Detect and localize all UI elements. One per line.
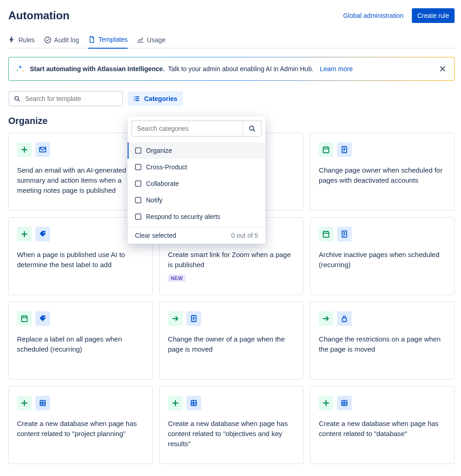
icon-chip bbox=[35, 142, 50, 157]
template-description: Create a new database when page has cont… bbox=[319, 419, 446, 439]
category-label: Respond to security alerts bbox=[146, 213, 220, 220]
icon-chip bbox=[337, 396, 352, 410]
category-search-input[interactable] bbox=[132, 121, 242, 136]
tag-icon bbox=[39, 230, 47, 238]
learn-more-link[interactable]: Learn more bbox=[320, 65, 353, 73]
page-title: Automation bbox=[8, 9, 69, 22]
calendar-icon bbox=[322, 146, 330, 154]
header: Automation Global administration Create … bbox=[8, 8, 455, 23]
database-icon bbox=[190, 399, 198, 407]
chart-icon bbox=[137, 36, 144, 44]
icon-chip bbox=[319, 311, 333, 326]
category-label: Cross-Product bbox=[146, 163, 187, 171]
template-card[interactable]: Change page owner when scheduled for pag… bbox=[310, 133, 455, 211]
banner-text: Talk to your admin about enabling AI in … bbox=[168, 65, 314, 73]
category-option[interactable]: Cross-Product bbox=[128, 159, 265, 175]
calendar-icon bbox=[322, 230, 330, 238]
template-description: When a page is published use AI to deter… bbox=[17, 250, 144, 270]
checkbox-icon bbox=[135, 197, 141, 203]
template-description: Change the restrictions on a page when t… bbox=[319, 334, 446, 354]
category-option[interactable]: Organize bbox=[128, 142, 265, 159]
category-search-button[interactable] bbox=[242, 121, 261, 136]
plus-icon bbox=[322, 399, 330, 407]
banner-close-button[interactable] bbox=[438, 64, 448, 74]
plus-icon bbox=[20, 230, 28, 238]
bolt-icon bbox=[8, 36, 16, 44]
tab-label: Audit log bbox=[54, 36, 79, 44]
doc-icon bbox=[88, 36, 96, 43]
page-icon bbox=[340, 146, 349, 154]
icon-chip bbox=[319, 396, 333, 410]
icon-chip bbox=[35, 311, 50, 326]
tab-label: Usage bbox=[147, 36, 165, 44]
clear-selected[interactable]: Clear selected bbox=[135, 232, 176, 239]
database-icon bbox=[340, 399, 349, 407]
icon-chip bbox=[35, 227, 50, 241]
sparkle-icon bbox=[15, 64, 25, 74]
tab-audit[interactable]: Audit log bbox=[44, 33, 79, 49]
page-icon bbox=[340, 230, 349, 238]
category-search[interactable] bbox=[131, 120, 262, 137]
template-description: Archive inactive pages when scheduled (r… bbox=[319, 250, 446, 270]
plus-icon bbox=[20, 399, 28, 407]
template-card[interactable]: Change the owner of a page when the page… bbox=[159, 302, 304, 380]
icon-chip bbox=[17, 311, 32, 326]
create-rule-button[interactable]: Create rule bbox=[412, 8, 455, 23]
plus-icon bbox=[171, 399, 180, 407]
category-label: Notify bbox=[146, 196, 163, 204]
icon-chip bbox=[186, 396, 201, 410]
icon-chip bbox=[35, 396, 50, 410]
lock-icon bbox=[340, 314, 349, 323]
new-badge: NEW bbox=[168, 274, 186, 282]
category-option[interactable]: Notify bbox=[128, 192, 265, 208]
tab-label: Rules bbox=[18, 36, 35, 44]
template-description: Send an email with an AI-generated summa… bbox=[17, 165, 144, 195]
global-administration-link[interactable]: Global administration bbox=[343, 12, 404, 19]
page-icon bbox=[190, 314, 198, 323]
mail-icon bbox=[39, 146, 47, 154]
ai-banner: Start automating with Atlassian Intellig… bbox=[8, 57, 455, 81]
tab-usage[interactable]: Usage bbox=[137, 33, 165, 49]
arrow-icon bbox=[171, 314, 180, 323]
icon-chip bbox=[17, 227, 32, 241]
search-icon bbox=[248, 125, 256, 132]
arrow-icon bbox=[322, 314, 330, 323]
template-card[interactable]: Create a new database when page has cont… bbox=[8, 386, 153, 464]
template-description: Create a new database when page has cont… bbox=[168, 419, 295, 448]
icon-chip bbox=[17, 396, 32, 410]
template-card[interactable]: Create a new database when page has cont… bbox=[310, 386, 455, 464]
category-option[interactable]: Collaborate bbox=[128, 175, 265, 192]
checkbox-icon bbox=[135, 147, 141, 154]
checkbox-icon bbox=[135, 180, 141, 187]
clock-check-icon bbox=[44, 36, 51, 44]
template-description: Change the owner of a page when the page… bbox=[168, 334, 295, 354]
tab-rules[interactable]: Rules bbox=[8, 33, 35, 49]
tab-templates[interactable]: Templates bbox=[88, 33, 128, 49]
template-card[interactable]: Change the restrictions on a page when t… bbox=[310, 302, 455, 380]
icon-chip bbox=[337, 142, 352, 157]
category-option[interactable]: Respond to security alerts bbox=[128, 208, 265, 225]
tag-icon bbox=[39, 314, 47, 323]
template-description: Change page owner when scheduled for pag… bbox=[319, 165, 446, 185]
template-search-input[interactable] bbox=[24, 95, 118, 103]
template-search[interactable] bbox=[8, 91, 123, 106]
checkbox-icon bbox=[135, 213, 141, 220]
calendar-icon bbox=[20, 314, 28, 323]
tab-label: Templates bbox=[98, 36, 128, 43]
categories-label: Categories bbox=[144, 95, 177, 102]
icon-chip bbox=[168, 396, 183, 410]
icon-chip bbox=[319, 227, 333, 241]
banner-bold: Start automating with Atlassian Intellig… bbox=[30, 65, 165, 73]
plus-icon bbox=[20, 146, 28, 154]
categories-button[interactable]: Categories bbox=[128, 91, 183, 106]
template-card[interactable]: Archive inactive pages when scheduled (r… bbox=[310, 217, 455, 295]
icon-chip bbox=[168, 311, 183, 326]
icon-chip bbox=[186, 311, 201, 326]
template-card[interactable]: Create a new database when page has cont… bbox=[159, 386, 304, 464]
search-icon bbox=[14, 95, 20, 102]
template-card[interactable]: Replace a label on all pages when schedu… bbox=[8, 302, 153, 380]
category-label: Collaborate bbox=[146, 180, 179, 187]
icon-chip bbox=[337, 311, 352, 326]
template-description: Create smart link for Zoom when a page i… bbox=[168, 250, 295, 270]
list-icon bbox=[133, 95, 141, 102]
